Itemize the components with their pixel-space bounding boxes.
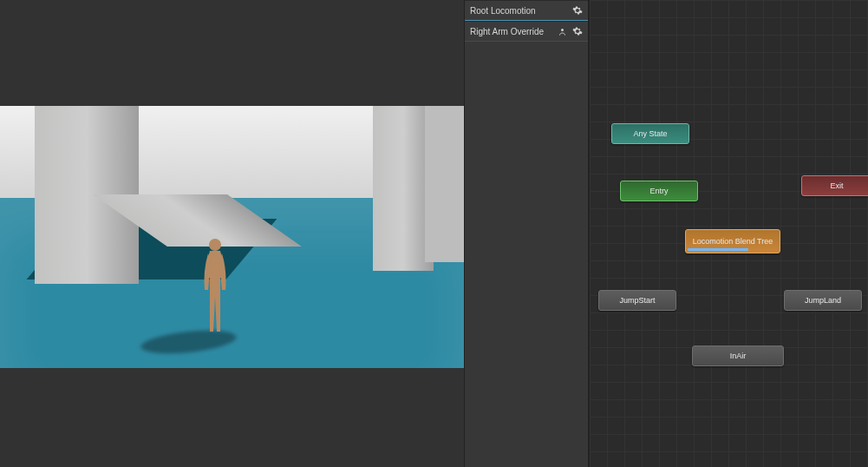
node-jump-start[interactable]: JumpStart — [598, 290, 676, 311]
game-view — [0, 0, 464, 467]
mask-icon[interactable] — [558, 26, 569, 36]
layer-label: Root Locomotion — [470, 6, 572, 16]
layer-row[interactable]: Root Locomotion — [465, 0, 588, 21]
node-progress-bar — [688, 248, 748, 251]
node-blend-tree[interactable]: Locomotion Blend Tree — [685, 229, 780, 253]
node-in-air[interactable]: InAir — [692, 345, 784, 366]
graph-edges — [590, 0, 850, 130]
node-exit[interactable]: Exit — [801, 175, 868, 196]
gear-icon[interactable] — [572, 5, 583, 16]
layer-label: Right Arm Override — [470, 27, 558, 36]
character — [198, 236, 232, 340]
node-entry[interactable]: Entry — [620, 181, 698, 201]
layer-row[interactable]: Right Arm Override — [465, 21, 588, 42]
game-render — [0, 106, 464, 368]
gear-icon[interactable] — [572, 26, 583, 36]
svg-point-1 — [561, 29, 564, 31]
node-jump-land[interactable]: JumpLand — [784, 290, 862, 311]
state-machine-graph[interactable]: Any State Entry Exit Locomotion Blend Tr… — [589, 0, 868, 467]
node-label: Locomotion Blend Tree — [693, 237, 773, 246]
svg-point-0 — [209, 239, 221, 251]
node-any-state[interactable]: Any State — [611, 123, 689, 144]
layers-panel: Root Locomotion Right Arm Override — [464, 0, 589, 467]
scene-pillar — [425, 106, 464, 262]
